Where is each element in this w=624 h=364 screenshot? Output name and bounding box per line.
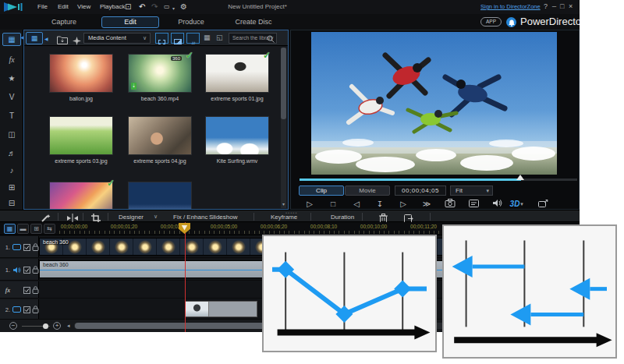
switch-mode-icon[interactable]: ⊡	[125, 2, 131, 12]
tab-edit[interactable]: Edit	[101, 16, 159, 28]
close-button[interactable]: ×	[569, 2, 573, 10]
track-manager-icon[interactable]: ⊞	[30, 224, 42, 234]
effect-room-icon[interactable]: fx	[0, 55, 23, 65]
settings-gear-icon[interactable]: ⚙	[180, 2, 187, 12]
track-enable-checkbox[interactable]	[23, 240, 30, 254]
fix-enhance-button[interactable]: Fix / Enhanc	[173, 214, 207, 221]
media-item-extreme-sports-01-jpg[interactable]: ✓extreme sports 01.jpg	[205, 54, 269, 101]
timecode-display[interactable]: 00;00;04;05	[395, 186, 446, 196]
designer-button[interactable]: Designer	[119, 214, 144, 221]
movie-mode-button[interactable]: Movie	[345, 186, 390, 196]
library-scrollbar[interactable]: ▾	[281, 48, 286, 208]
fast-forward-icon[interactable]: ≫	[418, 198, 435, 210]
aspect-ratio-icon[interactable]: ▭	[164, 2, 170, 12]
filter-video-button[interactable]	[155, 33, 168, 44]
media-item-Kite-Surfing-wmv[interactable]: Kite Surfing.wmv	[205, 116, 269, 164]
scrollbar-thumb[interactable]	[281, 48, 286, 119]
track-enable-checkbox[interactable]	[23, 283, 30, 297]
media-thumbnail[interactable]	[205, 116, 269, 155]
subtitle-room-icon[interactable]: ⊟	[0, 198, 23, 209]
aspect-ratio-chevron-icon[interactable]: ▾	[172, 3, 175, 14]
stereo-3d-menu-icon[interactable]: ▾	[518, 198, 526, 210]
tab-produce[interactable]: Produce	[165, 18, 217, 26]
preview-seekbar[interactable]	[300, 178, 577, 181]
menu-playback[interactable]: Playback	[100, 3, 125, 10]
scroll-left-icon[interactable]: ◂	[67, 323, 70, 329]
track-enable-checkbox[interactable]	[23, 302, 30, 316]
menu-edit[interactable]: Edit	[58, 3, 69, 10]
snapshot-icon[interactable]	[441, 198, 459, 210]
filter-audio-button[interactable]: ♪♪	[186, 33, 200, 44]
particle-room-icon[interactable]: V	[0, 92, 23, 103]
media-item-beach-360-mp4[interactable]: 360✓⇣beach 360.mp4	[128, 54, 192, 101]
media-thumbnail[interactable]	[49, 116, 113, 155]
track-lock-icon[interactable]	[32, 240, 39, 254]
next-frame-icon[interactable]: ▷	[395, 198, 412, 210]
tab-create-disc[interactable]: Create Disc	[220, 18, 287, 26]
media-room-icon[interactable]: ▦	[2, 33, 21, 46]
menu-view[interactable]: View	[77, 3, 90, 10]
title-room-icon[interactable]: T	[0, 111, 23, 122]
redo-icon[interactable]: ↷	[151, 2, 158, 12]
media-thumbnail[interactable]: ✓	[205, 54, 269, 93]
seekbar-thumb[interactable]	[516, 175, 524, 180]
app-badge[interactable]: APP	[480, 17, 502, 27]
designer-chevron-icon[interactable]: ∨	[154, 214, 158, 220]
preview-quality-icon[interactable]	[465, 198, 482, 210]
media-item-sunsetmtn[interactable]: ✓	[49, 182, 113, 210]
fit-timeline-icon[interactable]: ⇆	[44, 224, 55, 234]
plugin-star-icon[interactable]	[73, 34, 81, 48]
playhead-line[interactable]	[185, 222, 186, 332]
zoom-fit-dropdown[interactable]: Fit ▾	[450, 186, 493, 196]
media-item-extreme-sports-04-jpg[interactable]: extreme sports 04.jpg	[128, 116, 192, 164]
minimize-button[interactable]: _	[552, 0, 556, 7]
library-detach-icon[interactable]: ◱	[216, 34, 223, 41]
sign-in-link[interactable]: Sign in to DirectorZone	[480, 3, 541, 10]
previous-frame-icon[interactable]: ◁	[348, 198, 365, 210]
help-button[interactable]: ?	[544, 2, 548, 10]
timeline-view-icon[interactable]: ▦	[4, 224, 16, 234]
library-view-menu-icon[interactable]: ▦	[204, 34, 211, 41]
voiceover-room-icon[interactable]: ♪	[0, 165, 23, 176]
search-input[interactable]: Search the library	[229, 33, 277, 44]
media-item-ocean[interactable]	[128, 182, 192, 210]
zoom-out-icon[interactable]: −	[9, 322, 17, 330]
track-lock-icon[interactable]	[32, 283, 39, 297]
track-lock-icon[interactable]	[32, 302, 39, 316]
toolbar-drag-handle[interactable]: •••••	[285, 210, 298, 215]
video-preview[interactable]	[311, 32, 557, 175]
undock-player-icon[interactable]	[534, 198, 551, 210]
volume-icon[interactable]	[488, 198, 505, 210]
clip-mode-button[interactable]: Clip	[299, 186, 344, 196]
media-thumbnail[interactable]	[49, 54, 113, 93]
stop-icon[interactable]: □	[324, 198, 342, 210]
slideshow-button[interactable]: Slideshow	[209, 214, 237, 221]
media-thumbnail[interactable]	[128, 116, 192, 155]
content-type-dropdown[interactable]: Media Content ∨	[83, 33, 151, 44]
play-icon[interactable]: ▷	[301, 198, 318, 210]
track-lock-icon[interactable]	[32, 263, 39, 277]
media-thumbnail[interactable]: ✓	[49, 182, 113, 210]
media-thumbnail[interactable]: 360✓⇣	[128, 54, 192, 93]
import-media-icon[interactable]	[57, 34, 68, 48]
maximize-button[interactable]: □	[560, 2, 564, 10]
transition-room-icon[interactable]: ◫	[0, 129, 23, 140]
track-enable-checkbox[interactable]	[23, 263, 30, 277]
filter-photo-button[interactable]	[171, 33, 184, 44]
scroll-down-icon[interactable]: ▾	[281, 201, 286, 208]
duration-button[interactable]: Duration	[331, 214, 354, 221]
media-room-tab[interactable]: ▦	[26, 32, 43, 44]
chapter-room-icon[interactable]: ⊞	[0, 182, 23, 193]
seek-icon[interactable]: ↧	[371, 198, 388, 210]
tab-capture[interactable]: Capture	[39, 18, 89, 26]
undo-icon[interactable]: ↶	[139, 2, 145, 12]
media-item-extreme-sports-03-jpg[interactable]: extreme sports 03.jpg	[49, 116, 113, 164]
zoom-slider-thumb[interactable]	[43, 323, 48, 329]
pip-objects-room-icon[interactable]: ★	[0, 73, 23, 84]
notification-bell-icon[interactable]	[506, 17, 516, 27]
zoom-in-icon[interactable]: +	[53, 322, 61, 330]
storyboard-view-icon[interactable]: ▬	[17, 224, 29, 234]
media-item-ballon-jpg[interactable]: ballon.jpg	[49, 54, 113, 101]
audio-mixing-room-icon[interactable]: ♬	[0, 148, 23, 159]
media-thumbnail[interactable]	[128, 182, 192, 210]
